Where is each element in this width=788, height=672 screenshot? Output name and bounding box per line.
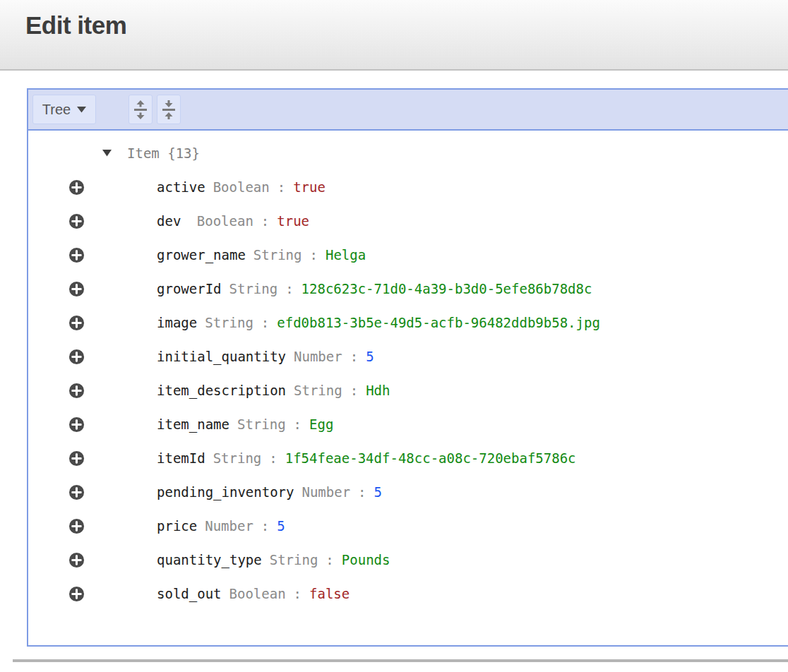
tree-row: imageString:efd0b813-3b5e-49d5-acfb-9648… [28, 306, 788, 340]
mode-dropdown-label: Tree [42, 102, 71, 118]
plus-circle-icon [68, 484, 85, 500]
row-actions-button[interactable] [68, 281, 85, 297]
tree-row: initial_quantityNumber:5 [28, 340, 788, 373]
field-value[interactable]: 128c623c-71d0-4a39-b3d0-5efe86b78d8c [302, 281, 592, 296]
field-value[interactable]: 5 [374, 484, 382, 500]
field-type: String [213, 450, 262, 466]
row-text: sold_outBoolean:false [157, 586, 350, 601]
field-value[interactable]: efd0b813-3b5e-49d5-acfb-96482ddb9b58.jpg [277, 315, 600, 330]
tree-row: item_descriptionString:Hdh [28, 373, 788, 407]
field-value[interactable]: 5 [366, 349, 374, 364]
row-text: quantity_typeString:Pounds [157, 552, 390, 568]
field-value[interactable]: Pounds [342, 552, 390, 568]
separator: : [261, 213, 269, 229]
row-text: dev Boolean:true [157, 213, 309, 229]
separator: : [350, 383, 358, 398]
row-actions-button[interactable] [68, 586, 85, 602]
json-editor: Tree [27, 88, 788, 647]
footer-divider [13, 659, 788, 662]
row-actions-button[interactable] [68, 518, 85, 534]
field-type: Boolean [197, 213, 253, 229]
row-actions-button[interactable] [68, 315, 85, 331]
plus-circle-icon [68, 247, 85, 263]
plus-circle-icon [68, 552, 85, 568]
field-name[interactable]: initial_quantity [157, 349, 286, 364]
field-name[interactable]: itemId [157, 450, 205, 466]
field-value[interactable]: Egg [309, 416, 333, 432]
field-value[interactable]: Helga [326, 247, 366, 263]
root-object-label: Item {13} [127, 145, 200, 161]
row-text: initial_quantityNumber:5 [157, 349, 374, 364]
collapse-root-button[interactable] [102, 150, 112, 157]
field-name[interactable]: image [157, 315, 197, 330]
field-value[interactable]: Hdh [366, 383, 390, 398]
row-text: pending_inventoryNumber:5 [157, 484, 382, 500]
page-header: Edit item [0, 0, 788, 71]
separator: : [294, 416, 302, 432]
row-text: imageString:efd0b813-3b5e-49d5-acfb-9648… [157, 315, 600, 330]
field-type: Boolean [213, 179, 270, 195]
row-text: activeBoolean:true [157, 179, 326, 195]
tree-root-row: Item {13} [28, 136, 788, 170]
plus-circle-icon [68, 281, 85, 297]
expand-all-icon [134, 100, 147, 119]
collapse-all-icon [162, 100, 175, 119]
separator: : [309, 247, 317, 263]
collapse-all-button[interactable] [157, 95, 181, 124]
field-name[interactable]: quantity_type [157, 552, 262, 568]
row-actions-button[interactable] [68, 552, 85, 568]
tree-row: sold_outBoolean:false [28, 577, 788, 611]
expand-all-button[interactable] [129, 95, 153, 124]
triangle-down-icon [102, 150, 112, 157]
plus-circle-icon [68, 586, 85, 602]
plus-circle-icon [68, 416, 85, 433]
tree-row: itemIdString:1f54feae-34df-48cc-a08c-720… [28, 441, 788, 475]
tree-rows: activeBoolean:true dev Boolean:true grow… [28, 170, 788, 611]
row-text: growerIdString:128c623c-71d0-4a39-b3d0-5… [157, 281, 592, 296]
field-name[interactable]: price [157, 518, 197, 534]
field-name[interactable]: grower_name [157, 247, 246, 263]
field-name[interactable]: item_description [157, 383, 286, 398]
field-value[interactable]: false [309, 586, 350, 601]
plus-circle-icon [68, 518, 85, 534]
row-actions-button[interactable] [68, 450, 85, 467]
field-type: String [229, 281, 278, 296]
field-type: Number [302, 484, 350, 500]
field-value[interactable]: 5 [277, 518, 285, 534]
row-text: item_nameString:Egg [157, 416, 333, 432]
field-type: String [270, 552, 318, 568]
plus-circle-icon [68, 349, 85, 365]
separator: : [261, 315, 269, 330]
tree-panel: Item {13} activeBoolean:true dev Boolean… [28, 131, 788, 645]
field-name[interactable]: pending_inventory [157, 484, 294, 500]
field-value[interactable]: 1f54feae-34df-48cc-a08c-720ebaf5786c [285, 450, 576, 466]
row-actions-button[interactable] [68, 383, 85, 399]
separator: : [277, 179, 285, 195]
mode-dropdown-button[interactable]: Tree [32, 95, 96, 124]
plus-circle-icon [68, 450, 85, 467]
row-actions-button[interactable] [68, 179, 85, 196]
plus-circle-icon [68, 315, 85, 331]
separator: : [294, 586, 302, 601]
field-value[interactable]: true [277, 213, 309, 229]
field-name[interactable]: sold_out [157, 586, 222, 601]
root-name: Item [127, 145, 160, 161]
field-name[interactable]: item_name [157, 416, 229, 432]
row-actions-button[interactable] [68, 213, 85, 229]
field-name[interactable]: growerId [157, 281, 222, 296]
row-actions-button[interactable] [68, 416, 85, 433]
row-actions-button[interactable] [68, 484, 85, 500]
field-type: String [294, 383, 342, 398]
field-type: Number [294, 349, 342, 364]
separator: : [326, 552, 333, 568]
field-name[interactable]: active [157, 179, 205, 195]
row-actions-button[interactable] [68, 349, 85, 365]
field-value[interactable]: true [293, 179, 326, 195]
field-type: String [253, 247, 302, 263]
tree-row: growerIdString:128c623c-71d0-4a39-b3d0-5… [28, 272, 788, 306]
tree-row: pending_inventoryNumber:5 [28, 475, 788, 509]
field-name[interactable]: dev [157, 213, 189, 229]
separator: : [269, 450, 277, 466]
row-actions-button[interactable] [68, 247, 85, 263]
tree-row: quantity_typeString:Pounds [28, 543, 788, 577]
